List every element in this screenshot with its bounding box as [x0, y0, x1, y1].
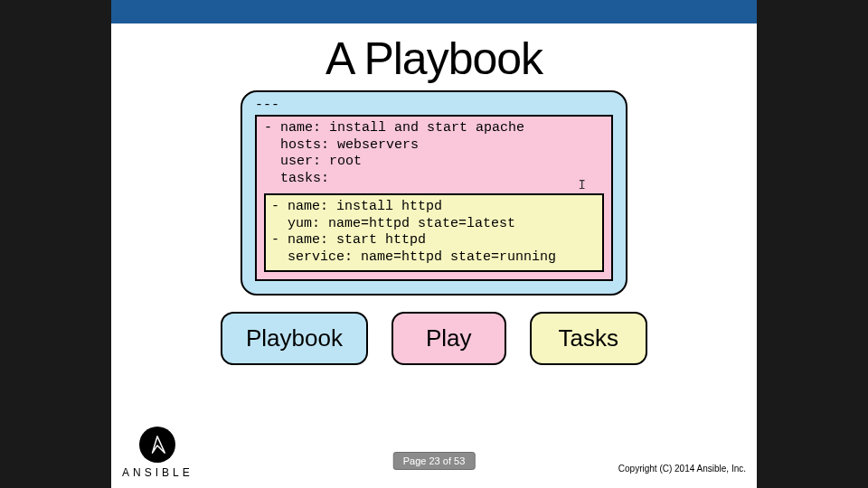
yaml-doc-start: --- — [255, 98, 613, 115]
ansible-a-icon — [139, 427, 175, 463]
copyright-text: Copyright (C) 2014 Ansible, Inc. — [618, 464, 746, 474]
task-line: service: name=httpd state=running — [271, 249, 597, 267]
play-line: hosts: webservers — [264, 137, 604, 155]
legend-play: Play — [392, 312, 506, 365]
task-line: yum: name=httpd state=latest — [271, 216, 597, 233]
page-indicator[interactable]: Page 23 of 53 — [393, 452, 476, 470]
task-line: - name: start httpd — [271, 232, 597, 249]
brand-logo: ANSIBLE — [122, 427, 193, 479]
slide: A Playbook --- I - name: install and sta… — [111, 0, 757, 488]
legend-tasks: Tasks — [530, 312, 647, 365]
play-box: I - name: install and start apache hosts… — [255, 115, 613, 281]
playbook-box: --- I - name: install and start apache h… — [241, 90, 627, 296]
text-cursor-icon: I — [579, 178, 586, 194]
tasks-box: - name: install httpd yum: name=httpd st… — [264, 193, 604, 272]
play-line: - name: install and start apache — [264, 120, 604, 137]
legend-row: Playbook Play Tasks — [221, 312, 647, 365]
slide-title: A Playbook — [111, 33, 757, 85]
play-line: user: root — [264, 154, 604, 171]
brand-text: ANSIBLE — [122, 466, 193, 479]
legend-playbook: Playbook — [221, 312, 368, 365]
slide-topbar — [111, 0, 757, 23]
task-line: - name: install httpd — [271, 199, 597, 216]
play-line: tasks: — [264, 171, 604, 188]
